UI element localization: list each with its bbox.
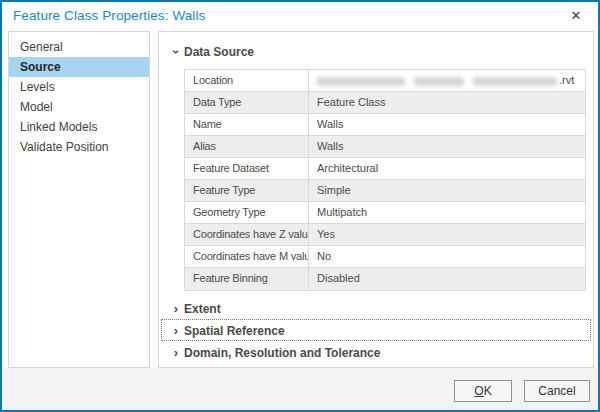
sidebar-item-model[interactable]: Model [9, 97, 149, 117]
property-value: Disabled [309, 268, 585, 290]
property-label: Location [185, 70, 309, 91]
property-value: .rvt [309, 70, 585, 91]
redacted-text [473, 77, 557, 86]
chevron-right-icon: › [171, 321, 181, 341]
sidebar-item-source[interactable]: Source [9, 57, 149, 77]
table-row: Coordinates have Z valueYes [185, 224, 585, 246]
section-label: Extent [184, 302, 221, 316]
sidebar-item-linked-models[interactable]: Linked Models [9, 117, 149, 137]
feature-class-properties-dialog: Feature Class Properties: Walls ✕ Genera… [0, 0, 600, 412]
property-label: Feature Type [185, 180, 309, 201]
ok-button-label: K [484, 384, 492, 398]
property-label: Data Type [185, 92, 309, 113]
section-label: Domain, Resolution and Tolerance [184, 346, 380, 360]
table-row: Feature BinningDisabled [185, 268, 585, 290]
property-value: Yes [309, 224, 585, 245]
collapsed-sections: ›Extent›Spatial Reference›Domain, Resolu… [159, 298, 593, 362]
table-row: Geometry TypeMultipatch [185, 202, 585, 224]
property-label: Alias [185, 136, 309, 157]
property-value: Simple [309, 180, 585, 201]
section-header-domain-resolution-and-tolerance[interactable]: ›Domain, Resolution and Tolerance [162, 342, 590, 362]
section-header-spatial-reference[interactable]: ›Spatial Reference [162, 320, 590, 340]
table-row: Feature TypeSimple [185, 180, 585, 202]
table-row: Coordinates have M valueNo [185, 246, 585, 268]
property-value: Multipatch [309, 202, 585, 223]
property-label: Feature Dataset [185, 158, 309, 179]
property-label: Coordinates have Z value [185, 224, 309, 245]
chevron-right-icon: › [171, 343, 181, 363]
property-label: Geometry Type [185, 202, 309, 223]
table-row: AliasWalls [185, 136, 585, 158]
property-label: Name [185, 114, 309, 135]
title-bar: Feature Class Properties: Walls ✕ [2, 2, 598, 31]
close-icon[interactable]: ✕ [567, 7, 585, 25]
table-row: Location.rvt [185, 70, 585, 92]
footer: OK Cancel [2, 368, 598, 410]
chevron-down-icon: › [166, 47, 186, 57]
property-value: No [309, 246, 585, 267]
property-value: Feature Class [309, 92, 585, 113]
dialog-title: Feature Class Properties: Walls [13, 8, 205, 23]
property-value: Walls [309, 114, 585, 135]
table-row: Data TypeFeature Class [185, 92, 585, 114]
cancel-button[interactable]: Cancel [524, 380, 590, 402]
sidebar-item-levels[interactable]: Levels [9, 77, 149, 97]
data-source-table: Location.rvtData TypeFeature ClassNameWa… [184, 69, 586, 291]
file-extension: .rvt [559, 74, 574, 86]
section-label: Spatial Reference [184, 324, 285, 338]
section-header-data-source[interactable]: ›Data Source [171, 41, 593, 61]
property-value: Architectural [309, 158, 585, 179]
property-value: Walls [309, 136, 585, 157]
property-label: Feature Binning [185, 268, 309, 290]
sidebar: GeneralSourceLevelsModelLinked ModelsVal… [8, 31, 150, 368]
table-row: NameWalls [185, 114, 585, 136]
sidebar-item-general[interactable]: General [9, 37, 149, 57]
property-label: Coordinates have M value [185, 246, 309, 267]
redacted-text [317, 77, 405, 86]
redacted-text [414, 77, 464, 86]
main-panel: ›Data Source Location.rvtData TypeFeatur… [158, 31, 594, 368]
ok-button-accesskey: O [474, 384, 483, 398]
table-row: Feature DatasetArchitectural [185, 158, 585, 180]
ok-button[interactable]: OK [454, 380, 512, 402]
section-label: Data Source [184, 45, 254, 59]
chevron-right-icon: › [171, 299, 181, 319]
section-header-extent[interactable]: ›Extent [162, 298, 590, 318]
sidebar-item-validate-position[interactable]: Validate Position [9, 137, 149, 157]
